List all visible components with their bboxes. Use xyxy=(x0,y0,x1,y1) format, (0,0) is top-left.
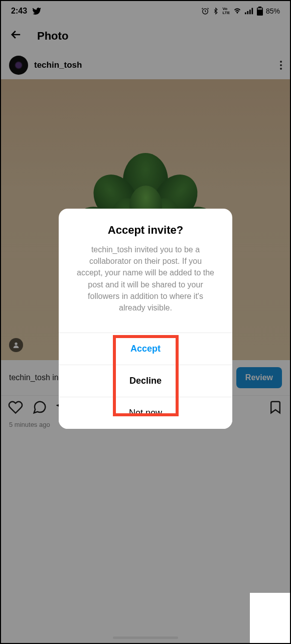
accept-button[interactable]: Accept xyxy=(59,333,232,365)
accept-invite-dialog: Accept invite? techin_tosh invited you t… xyxy=(59,209,232,429)
not-now-button[interactable]: Not now xyxy=(59,397,232,429)
dialog-body: techin_tosh invited you to be a collabor… xyxy=(73,244,218,328)
home-indicator[interactable] xyxy=(113,636,178,639)
dialog-title: Accept invite? xyxy=(73,224,218,237)
decline-button[interactable]: Decline xyxy=(59,365,232,397)
corner-watermark xyxy=(250,593,290,643)
